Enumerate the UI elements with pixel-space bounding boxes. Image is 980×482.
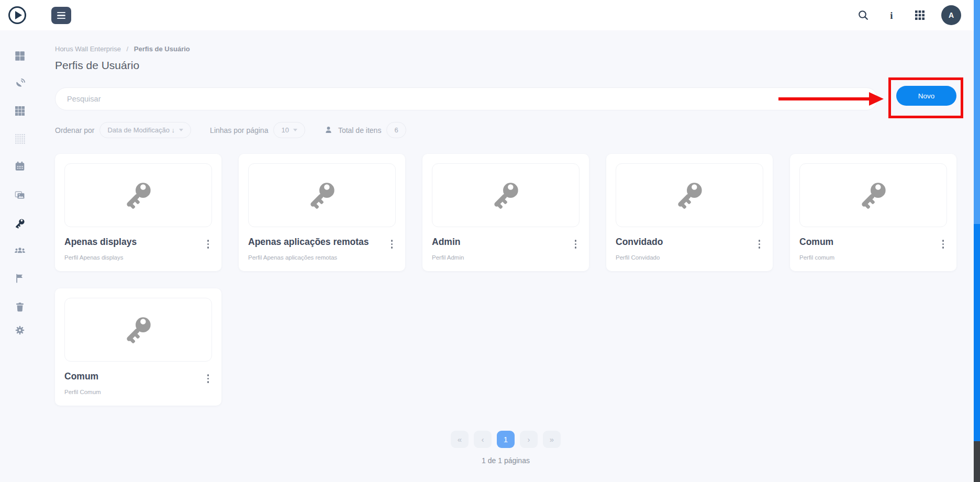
- caret-down-icon: [293, 129, 297, 131]
- sidebar-item-media[interactable]: [13, 188, 27, 202]
- breadcrumb-root[interactable]: Horus Wall Enterprise: [55, 45, 121, 53]
- search-icon: [857, 9, 870, 21]
- profile-card-subtitle: Perfil Admin: [432, 254, 580, 261]
- profiles-grid: Apenas displays Perfil Apenas displays A…: [55, 154, 956, 406]
- pagination-first-button[interactable]: «: [451, 431, 469, 448]
- breadcrumb-separator: /: [127, 45, 129, 53]
- sidebar-item-flags[interactable]: [13, 272, 27, 285]
- trash-icon: [14, 301, 26, 313]
- profile-card[interactable]: Apenas aplicações remotas Perfil Apenas …: [239, 154, 405, 271]
- card-menu-button[interactable]: [755, 238, 764, 251]
- rows-per-page-dropdown[interactable]: 10: [273, 122, 305, 138]
- gear-icon: [14, 324, 26, 336]
- apps-grid-icon: [914, 9, 926, 21]
- sort-dropdown[interactable]: Data de Modificação ↓: [99, 122, 191, 138]
- key-icon: [488, 178, 523, 212]
- sidebar-item-settings[interactable]: [13, 323, 27, 337]
- key-icon: [121, 178, 155, 212]
- user-avatar[interactable]: A: [941, 5, 961, 25]
- card-thumbnail: [64, 163, 212, 227]
- profile-card-subtitle: Perfil comum: [799, 254, 947, 261]
- sidebar-item-broadcast[interactable]: [13, 76, 27, 90]
- sort-label: Ordenar por: [55, 126, 94, 134]
- pagination-summary: 1 de 1 páginas: [482, 456, 530, 465]
- sidebar-item-videowall[interactable]: [13, 132, 27, 145]
- pagination-page-1-button[interactable]: 1: [497, 431, 515, 448]
- scrollbar-track[interactable]: [974, 224, 980, 441]
- key-icon: [305, 178, 339, 212]
- profile-card-title: Apenas displays: [64, 237, 137, 248]
- pagination-next-button[interactable]: ›: [520, 431, 538, 448]
- kebab-icon: [942, 240, 944, 242]
- info-button[interactable]: i: [885, 8, 898, 22]
- card-menu-button[interactable]: [204, 238, 213, 251]
- profile-card-title: Apenas aplicações remotas: [248, 237, 369, 248]
- profile-card[interactable]: Comum Perfil Comum: [55, 288, 221, 406]
- card-menu-button[interactable]: [204, 372, 213, 385]
- profile-card-title: Convidado: [616, 237, 663, 248]
- main-content: Horus Wall Enterprise / Perfis de Usuári…: [55, 30, 956, 465]
- kebab-icon: [207, 374, 209, 376]
- pagination-prev-button[interactable]: ‹: [474, 431, 492, 448]
- profile-card-subtitle: Perfil Convidado: [616, 254, 763, 261]
- new-profile-button[interactable]: Novo: [896, 86, 956, 106]
- profile-card[interactable]: Apenas displays Perfil Apenas displays: [55, 154, 221, 271]
- scrollbar-thumb[interactable]: [974, 0, 980, 224]
- apps-grid-button[interactable]: [913, 8, 927, 22]
- menu-icon: [57, 12, 65, 14]
- kebab-icon: [391, 240, 393, 242]
- media-gallery-icon: [14, 189, 26, 201]
- sidebar-item-trash[interactable]: [13, 300, 27, 314]
- search-input[interactable]: [55, 87, 878, 110]
- key-icon: [856, 178, 890, 212]
- search-button[interactable]: [856, 8, 870, 22]
- caret-down-icon: [179, 129, 183, 131]
- breadcrumb: Horus Wall Enterprise / Perfis de Usuári…: [55, 45, 956, 53]
- search-row: Novo: [55, 87, 956, 110]
- scrollbar-bottom: [974, 441, 980, 482]
- profile-card-subtitle: Perfil Comum: [64, 389, 212, 395]
- profile-card[interactable]: Comum Perfil comum: [790, 154, 956, 271]
- play-logo-icon: [8, 6, 26, 24]
- kebab-icon: [759, 240, 761, 242]
- breadcrumb-current: Perfis de Usuário: [134, 45, 190, 53]
- profile-card[interactable]: Convidado Perfil Convidado: [606, 154, 773, 271]
- card-thumbnail: [799, 163, 947, 227]
- profile-card-title: Comum: [64, 371, 98, 382]
- list-controls: Ordenar por Data de Modificação ↓ Linhas…: [55, 122, 956, 138]
- calendar-icon: [14, 161, 26, 172]
- key-icon: [121, 312, 155, 347]
- total-items-badge: 6: [386, 122, 406, 138]
- rows-per-page-value: 10: [281, 126, 288, 134]
- sidebar: [0, 30, 39, 482]
- profile-card-title: Admin: [432, 237, 460, 248]
- scrollbar[interactable]: [974, 0, 980, 482]
- total-items-label: Total de itens: [338, 126, 382, 134]
- app-logo[interactable]: [8, 6, 27, 25]
- sort-value: Data de Modificação ↓: [107, 126, 175, 134]
- grid-3x3-icon: [14, 105, 26, 117]
- flag-icon: [14, 273, 26, 284]
- card-thumbnail: [616, 163, 763, 227]
- sidebar-item-dashboard[interactable]: [13, 49, 27, 63]
- sidebar-item-schedule[interactable]: [13, 160, 27, 173]
- users-group-icon: [14, 244, 26, 257]
- card-menu-button[interactable]: [572, 238, 580, 251]
- profile-card-subtitle: Perfil Apenas displays: [64, 254, 212, 261]
- info-icon: i: [890, 10, 893, 20]
- card-thumbnail: [64, 298, 212, 362]
- profile-card[interactable]: Admin Perfil Admin: [422, 154, 589, 271]
- topbar-actions: i A: [856, 0, 961, 30]
- card-menu-button[interactable]: [939, 238, 948, 251]
- card-menu-button[interactable]: [388, 238, 396, 251]
- person-icon: [324, 126, 333, 134]
- sidebar-item-profiles[interactable]: [13, 217, 27, 230]
- rows-per-page-label: Linhas por página: [210, 126, 268, 134]
- hamburger-menu-button[interactable]: [51, 7, 71, 24]
- pagination: « ‹ 1 › » 1 de 1 páginas: [55, 431, 956, 465]
- sidebar-item-users[interactable]: [13, 244, 27, 257]
- pagination-last-button[interactable]: »: [543, 431, 561, 448]
- key-icon-active: [14, 217, 26, 230]
- sidebar-item-modules[interactable]: [13, 104, 27, 118]
- satellite-dish-icon: [14, 77, 26, 89]
